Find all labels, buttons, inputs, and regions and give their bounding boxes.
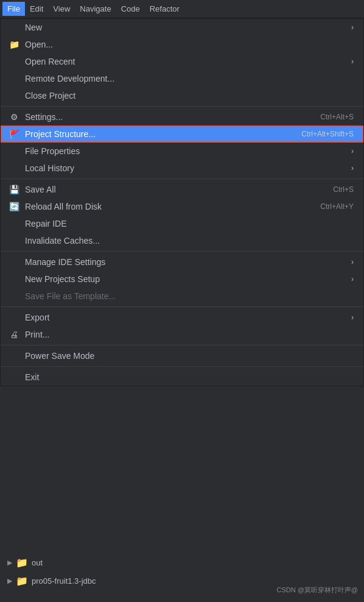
menu-item-repair-ide[interactable]: Repair IDE xyxy=(1,215,363,232)
divider-4 xyxy=(1,306,363,307)
menu-item-open-recent[interactable]: Open Recent › xyxy=(1,53,363,70)
menu-item-file-properties[interactable]: File Properties › xyxy=(1,143,363,160)
divider-5 xyxy=(1,345,363,345)
export-arrow-icon: › xyxy=(351,313,354,322)
menu-item-export[interactable]: Export › xyxy=(1,309,363,326)
menu-bar-view[interactable]: View xyxy=(48,2,75,16)
pro05-arrow-icon: ▶ xyxy=(7,577,12,585)
menu-bar: File Edit View Navigate Code Refactor xyxy=(0,0,364,18)
menu-item-remote-dev[interactable]: Remote Development... xyxy=(1,70,363,87)
file-dropdown-menu: New › 📁 Open... Open Recent › Remote Dev… xyxy=(0,18,364,386)
menu-bar-code[interactable]: Code xyxy=(116,2,145,16)
csdn-watermark: CSDN @莫听穿林打叶声@ xyxy=(276,586,358,595)
local-history-arrow-icon: › xyxy=(351,164,354,172)
menu-item-save-template: Save File as Template... xyxy=(1,288,363,305)
menu-item-open[interactable]: 📁 Open... xyxy=(1,36,363,53)
menu-bar-file[interactable]: File xyxy=(2,2,25,16)
menu-bar-navigate[interactable]: Navigate xyxy=(75,2,116,16)
out-folder-icon: 📁 xyxy=(16,557,28,568)
menu-item-project-structure[interactable]: 🚩 Project Structure... Ctrl+Alt+Shift+S xyxy=(1,126,363,143)
menu-item-new-projects[interactable]: New Projects Setup › xyxy=(1,271,363,288)
divider-3 xyxy=(1,251,363,252)
sidebar-item-out[interactable]: ▶ 📁 out xyxy=(0,553,364,572)
divider-1 xyxy=(1,106,363,107)
menu-item-invalidate-caches[interactable]: Invalidate Caches... xyxy=(1,232,363,249)
menu-item-new[interactable]: New › xyxy=(1,19,363,36)
menu-bar-refactor[interactable]: Refactor xyxy=(145,2,184,16)
save-icon: 💾 xyxy=(8,183,20,196)
menu-item-print[interactable]: 🖨 Print... xyxy=(1,326,363,343)
menu-item-local-history[interactable]: Local History › xyxy=(1,160,363,177)
menu-item-save-all[interactable]: 💾 Save All Ctrl+S xyxy=(1,181,363,198)
out-arrow-icon: ▶ xyxy=(7,559,12,567)
menu-item-settings[interactable]: ⚙ Settings... Ctrl+Alt+S xyxy=(1,108,363,126)
print-icon: 🖨 xyxy=(8,328,20,341)
file-properties-arrow-icon: › xyxy=(351,147,354,155)
manage-ide-arrow-icon: › xyxy=(351,258,354,266)
reload-icon: 🔄 xyxy=(8,200,20,213)
menu-item-close-project[interactable]: Close Project xyxy=(1,87,363,104)
divider-2 xyxy=(1,179,363,179)
menu-item-manage-ide[interactable]: Manage IDE Settings › xyxy=(1,253,363,271)
menu-item-exit[interactable]: Exit xyxy=(1,369,363,386)
folder-icon: 📁 xyxy=(8,38,20,51)
bottom-panel: ▶ 📁 out ▶ 📁 pro05-fruit1.3-jdbc CSDN @莫听… xyxy=(0,553,364,602)
new-arrow-icon: › xyxy=(351,23,354,32)
menu-item-reload[interactable]: 🔄 Reload All from Disk Ctrl+Alt+Y xyxy=(1,198,363,215)
open-recent-arrow-icon: › xyxy=(351,57,354,66)
menu-bar-edit[interactable]: Edit xyxy=(25,2,48,16)
flag-icon: 🚩 xyxy=(8,128,20,140)
gear-icon: ⚙ xyxy=(8,111,20,123)
menu-item-power-save[interactable]: Power Save Mode xyxy=(1,347,363,364)
divider-6 xyxy=(1,366,363,367)
new-projects-arrow-icon: › xyxy=(351,275,354,283)
pro05-folder-icon: 📁 xyxy=(16,575,28,587)
